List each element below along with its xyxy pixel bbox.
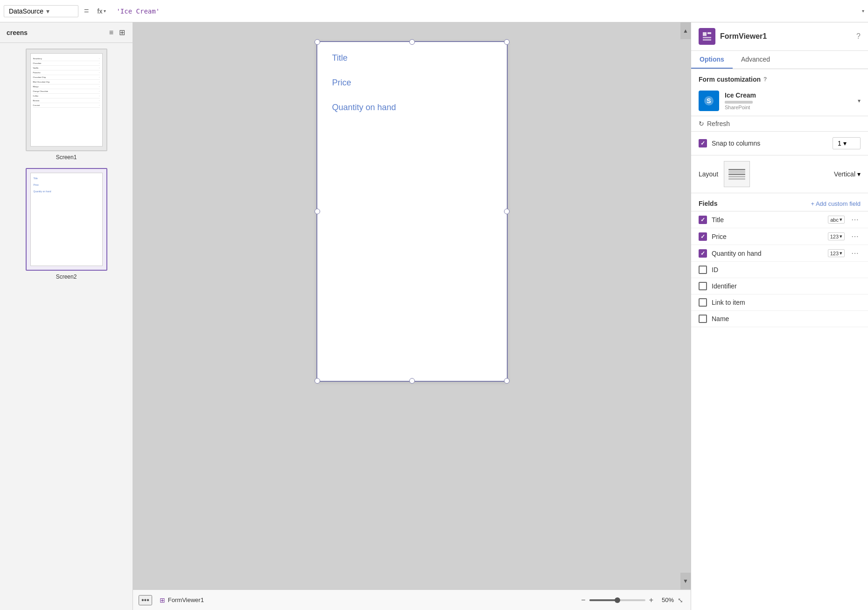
list-row: Chocolate› [33, 61, 100, 66]
field-title-type-dropdown[interactable]: abc ▾ [828, 216, 845, 224]
datasource-url [725, 99, 818, 105]
field-quantity-type-label: 123 [830, 251, 839, 256]
canvas-bottom-bar: ••• ⊞ FormViewer1 − + 50% ⤡ [133, 589, 691, 610]
sharepoint-card: S Ice Cream SharePoint ▾ [691, 86, 868, 116]
field-price-name: Price [712, 233, 823, 240]
layout-value-area: Vertical ▾ [756, 170, 861, 178]
sidebar-item-screen2[interactable]: Title Price Quantity on hand Screen2 [7, 168, 125, 280]
zoom-in-button[interactable]: + [647, 595, 655, 605]
refresh-icon: ↻ [699, 120, 704, 127]
form-customization-help-icon[interactable]: ? [763, 76, 767, 83]
checkbox-check-icon: ✓ [700, 250, 705, 257]
handle-top-left[interactable] [315, 39, 320, 45]
fx-chevron-icon: ▾ [104, 8, 106, 14]
list-row: Mango› [33, 84, 100, 89]
screen1-inner: Strawberry› Chocolate› Vanilla› Pistachi… [30, 53, 103, 147]
handle-bottom-left[interactable] [315, 378, 320, 384]
screens-grid-view-icon[interactable]: ⊞ [118, 27, 126, 38]
list-row: Banana› [33, 98, 100, 103]
add-custom-field-button[interactable]: + Add custom field [811, 200, 861, 207]
layout-row: Layout Vertical ▾ [691, 155, 868, 193]
field-identifier-checkbox[interactable] [699, 282, 707, 290]
fx-button[interactable]: fx ▾ [95, 6, 109, 17]
field-link-name: Link to item [712, 299, 861, 306]
handle-bottom-center[interactable] [409, 378, 415, 384]
handle-top-right[interactable] [504, 39, 510, 45]
zoom-out-button[interactable]: − [579, 595, 587, 605]
svg-rect-1 [707, 32, 711, 34]
refresh-row[interactable]: ↻ Refresh [691, 116, 868, 132]
canvas-scroll-up-button[interactable]: ▲ [680, 22, 691, 39]
thumb-field-title: Title [34, 177, 99, 180]
layout-chevron-icon[interactable]: ▾ [857, 170, 861, 178]
layout-label: Layout [699, 170, 718, 178]
form-customization-section: Form customization ? [691, 69, 868, 86]
layout-line4 [728, 176, 746, 177]
field-quantity-type-chevron-icon: ▾ [840, 250, 842, 256]
screens-panel: creens ≡ ⊞ Strawberry› Chocolate› Vanill… [0, 22, 133, 610]
help-icon[interactable]: ? [856, 32, 861, 41]
field-quantity-type-dropdown[interactable]: 123 ▾ [828, 249, 845, 257]
screen2-thumbnail: Title Price Quantity on hand [26, 168, 107, 271]
tab-options[interactable]: Options [691, 51, 733, 69]
field-price-more-icon[interactable]: ⋯ [849, 232, 861, 241]
form-canvas[interactable]: Title Price Quantity on hand [316, 41, 508, 382]
columns-dropdown[interactable]: 1 ▾ [833, 137, 861, 149]
field-title-type-label: abc [830, 217, 839, 223]
field-row-link: Link to item [691, 294, 868, 311]
field-quantity-checkbox[interactable]: ✓ [699, 249, 707, 258]
field-title-more-icon[interactable]: ⋯ [849, 215, 861, 224]
zoom-slider[interactable] [589, 599, 645, 601]
field-name-checkbox[interactable] [699, 315, 707, 323]
screen2-inner: Title Price Quantity on hand [30, 173, 103, 266]
field-quantity-more-icon[interactable]: ⋯ [849, 249, 861, 258]
list-row: Orange Chocolate› [33, 89, 100, 94]
canvas-scroll-down-button[interactable]: ▼ [680, 573, 691, 589]
sharepoint-card-chevron-icon[interactable]: ▾ [858, 98, 861, 104]
right-panel-title-area: FormViewer1 [699, 28, 767, 45]
field-price-type-dropdown[interactable]: 123 ▾ [828, 232, 845, 240]
datasource-chevron-icon: ▾ [46, 7, 73, 15]
canvas-field-title: Title [317, 42, 507, 67]
field-title-type-chevron-icon: ▾ [840, 217, 842, 223]
datasource-type: SharePoint [725, 105, 852, 110]
fields-header: Fields + Add custom field [691, 193, 868, 211]
canvas-field-quantity: Quantity on hand [317, 91, 507, 116]
handle-top-center[interactable] [409, 39, 415, 45]
formviewer-panel-icon [699, 28, 715, 45]
datasource-name: Ice Cream [725, 91, 852, 99]
expand-canvas-button[interactable]: ⤡ [676, 596, 685, 605]
canvas-inner: Title Price Quantity on hand [133, 22, 691, 589]
field-id-name: ID [712, 266, 861, 273]
right-panel: FormViewer1 ? Options Advanced Form cust… [691, 22, 868, 610]
checkbox-check-icon: ✓ [700, 233, 705, 240]
snap-checkbox[interactable]: ✓ [699, 139, 707, 147]
list-row: Strawberry› [33, 56, 100, 61]
field-link-checkbox[interactable] [699, 298, 707, 307]
list-row: Coffee› [33, 94, 100, 98]
field-id-checkbox[interactable] [699, 266, 707, 274]
right-panel-header: FormViewer1 ? [691, 22, 868, 51]
screen1-label: Screen1 [56, 154, 77, 161]
field-price-checkbox[interactable]: ✓ [699, 232, 707, 241]
formula-bar: DataSource ▾ = fx ▾ 'Ice Cream' ▾ [0, 0, 868, 22]
thumb-field-qty: Quantity on hand [34, 190, 99, 193]
handle-bottom-right[interactable] [504, 378, 510, 384]
sidebar-item-screen1[interactable]: Strawberry› Chocolate› Vanilla› Pistachi… [7, 49, 125, 161]
list-row: Mint Chocolate Chip› [33, 80, 100, 84]
form-customization-label: Form customization [699, 76, 761, 83]
tab-advanced[interactable]: Advanced [733, 51, 778, 69]
field-row-identifier: Identifier [691, 278, 868, 294]
zoom-controls: − + 50% ⤡ [579, 595, 685, 605]
field-title-checkbox[interactable]: ✓ [699, 216, 707, 224]
formviewer-icon: ⊞ [160, 596, 165, 604]
formula-value[interactable]: 'Ice Cream' [112, 6, 858, 17]
more-options-button[interactable]: ••• [139, 595, 152, 605]
datasource-dropdown[interactable]: DataSource ▾ [4, 5, 78, 17]
layout-line1 [728, 169, 746, 170]
layout-line5 [728, 178, 746, 180]
handle-middle-right[interactable] [504, 209, 510, 214]
screens-list-view-icon[interactable]: ≡ [108, 27, 114, 38]
formviewer-label-area: ⊞ FormViewer1 [160, 596, 204, 604]
handle-middle-left[interactable] [315, 209, 320, 214]
